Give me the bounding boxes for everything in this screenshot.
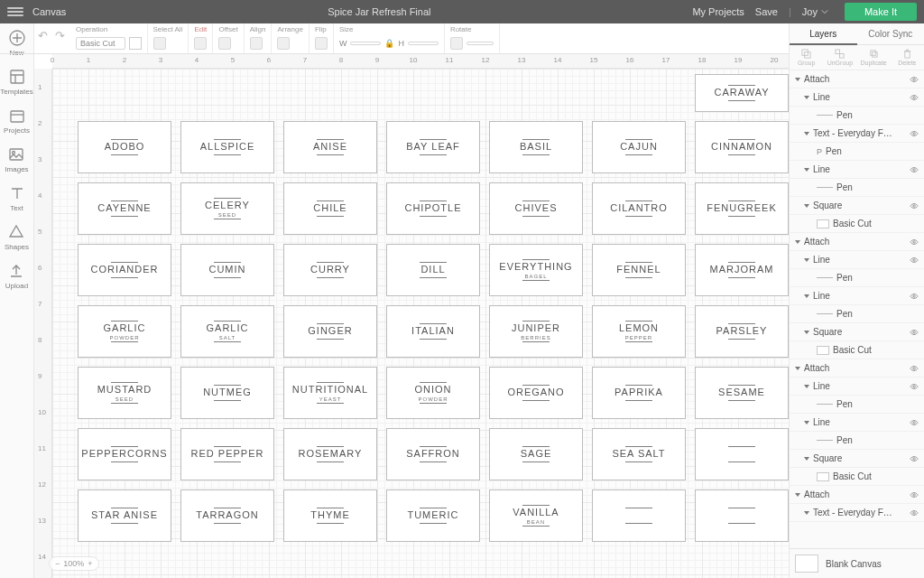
caret-icon[interactable] xyxy=(804,204,809,208)
layer-row[interactable]: Attach xyxy=(790,70,924,89)
spice-label[interactable]: SAGE xyxy=(489,428,583,480)
spice-label[interactable]: CHILE xyxy=(283,182,377,235)
lock-icon[interactable]: 🔒 xyxy=(384,39,394,48)
my-projects-link[interactable]: My Projects xyxy=(692,6,744,17)
layer-row[interactable]: PPen xyxy=(790,143,924,161)
spice-label[interactable]: ADOBO xyxy=(78,121,171,173)
layer-row[interactable]: Pen xyxy=(790,396,924,414)
mat-preview[interactable]: Blank Canvas xyxy=(790,548,924,578)
spice-label[interactable]: MARJORAM xyxy=(695,244,789,296)
visibility-icon[interactable] xyxy=(910,129,919,138)
spice-label[interactable]: CELERYSEED xyxy=(180,182,274,235)
edit-button[interactable] xyxy=(194,37,207,50)
visibility-icon[interactable] xyxy=(910,256,919,265)
layer-row[interactable]: Pen xyxy=(790,269,924,287)
align-button[interactable] xyxy=(250,37,263,50)
spice-label[interactable]: RED PEPPER xyxy=(180,428,274,480)
spice-label[interactable]: MUSTARDSEED xyxy=(78,367,171,419)
size-h-input[interactable] xyxy=(408,42,439,45)
layer-row[interactable]: Square xyxy=(790,450,924,468)
spice-label[interactable]: CHIVES xyxy=(489,182,583,235)
spice-label[interactable]: FENNEL xyxy=(592,244,686,296)
visibility-icon[interactable] xyxy=(910,382,919,391)
layer-row[interactable]: Line xyxy=(790,287,924,305)
spice-label[interactable]: SAFFRON xyxy=(386,428,480,480)
spice-label[interactable]: EVERYTHINGBAGEL xyxy=(489,244,583,296)
sidebar-templates[interactable]: Templates xyxy=(0,68,32,96)
spice-label[interactable]: OREGANO xyxy=(489,367,583,419)
layer-row[interactable]: Line xyxy=(790,378,924,396)
operation-color[interactable] xyxy=(129,37,142,50)
spice-label[interactable]: THYME xyxy=(283,489,377,542)
spice-label[interactable]: GINGER xyxy=(283,305,377,358)
duplicate-button[interactable]: Duplicate xyxy=(857,45,891,70)
zoom-out-button[interactable]: − xyxy=(55,559,60,568)
layer-row[interactable]: Text - Everyday Fonts - A… xyxy=(790,504,924,522)
spice-label[interactable]: CAJUN xyxy=(592,121,686,173)
ungroup-button[interactable]: UnGroup xyxy=(823,45,856,70)
sidebar-shapes[interactable]: Shapes xyxy=(5,223,29,251)
zoom-in-button[interactable]: + xyxy=(88,559,92,568)
caret-icon[interactable] xyxy=(804,511,809,515)
spice-label[interactable]: PARSLEY xyxy=(695,305,789,358)
spice-label[interactable]: CILANTRO xyxy=(592,182,686,235)
spice-label[interactable]: CORIANDER xyxy=(78,244,171,296)
spice-label[interactable]: GARLICPOWDER xyxy=(78,305,171,358)
layer-row[interactable]: Line xyxy=(790,251,924,269)
spice-label[interactable]: NUTRITIONALYEAST xyxy=(283,367,377,419)
caret-icon[interactable] xyxy=(795,78,800,81)
layer-row[interactable]: Basic Cut xyxy=(790,341,924,359)
layer-row[interactable]: Basic Cut xyxy=(790,215,924,233)
layer-row[interactable]: Pen xyxy=(790,305,924,323)
spice-label[interactable]: GARLICSALT xyxy=(180,305,274,358)
redo-icon[interactable]: ↷ xyxy=(55,29,65,42)
visibility-icon[interactable] xyxy=(910,75,919,84)
select-all-button[interactable] xyxy=(153,37,166,50)
tab-layers[interactable]: Layers xyxy=(790,23,857,45)
caret-icon[interactable] xyxy=(795,240,800,244)
spice-label[interactable]: VANILLABEAN xyxy=(489,489,583,542)
caret-icon[interactable] xyxy=(795,493,800,497)
spice-label[interactable]: ONIONPOWDER xyxy=(386,367,480,419)
menu-icon[interactable] xyxy=(7,7,23,16)
offset-button[interactable] xyxy=(218,37,231,50)
spice-label[interactable]: CARAWAY xyxy=(695,74,789,112)
layer-row[interactable]: Attach xyxy=(790,233,924,251)
spice-label[interactable]: TARRAGON xyxy=(180,489,274,542)
caret-icon[interactable] xyxy=(804,294,809,298)
visibility-icon[interactable] xyxy=(910,201,919,210)
rotate-input[interactable] xyxy=(467,42,494,45)
spice-label[interactable] xyxy=(592,489,686,542)
caret-icon[interactable] xyxy=(804,457,809,461)
spice-label[interactable] xyxy=(695,428,789,480)
sidebar-upload[interactable]: Upload xyxy=(5,262,28,290)
make-it-button[interactable]: Make It xyxy=(845,3,917,21)
spice-label[interactable]: BASIL xyxy=(489,121,583,173)
spice-label[interactable]: ALLSPICE xyxy=(180,121,274,173)
layer-row[interactable]: Attach xyxy=(790,359,924,378)
spice-label[interactable]: DILL xyxy=(386,244,480,296)
caret-icon[interactable] xyxy=(804,258,809,262)
operation-select[interactable]: Basic Cut xyxy=(76,37,125,50)
spice-label[interactable]: ROSEMARY xyxy=(283,428,377,480)
zoom-control[interactable]: − 100% + xyxy=(49,556,99,571)
spice-label[interactable]: NUTMEG xyxy=(180,367,274,419)
visibility-icon[interactable] xyxy=(910,418,919,427)
visibility-icon[interactable] xyxy=(910,93,919,102)
visibility-icon[interactable] xyxy=(910,364,919,373)
design-canvas[interactable]: CARAWAY ADOBOALLSPICEANISEBAY LEAFBASILC… xyxy=(52,69,789,578)
layer-row[interactable]: Attach xyxy=(790,486,924,504)
layer-row[interactable]: Pen xyxy=(790,432,924,450)
group-button[interactable]: Group xyxy=(790,45,823,70)
layer-row[interactable]: Line xyxy=(790,89,924,107)
sidebar-projects[interactable]: Projects xyxy=(4,107,30,135)
caret-icon[interactable] xyxy=(804,168,809,172)
caret-icon[interactable] xyxy=(804,385,809,388)
visibility-icon[interactable] xyxy=(910,454,919,463)
spice-label[interactable]: PEPPERCORNS xyxy=(78,428,171,480)
machine-selector[interactable]: Joy xyxy=(802,6,828,17)
delete-button[interactable]: Delete xyxy=(891,45,924,70)
caret-icon[interactable] xyxy=(804,132,809,135)
caret-icon[interactable] xyxy=(804,421,809,424)
spice-label[interactable]: CURRY xyxy=(283,244,377,296)
